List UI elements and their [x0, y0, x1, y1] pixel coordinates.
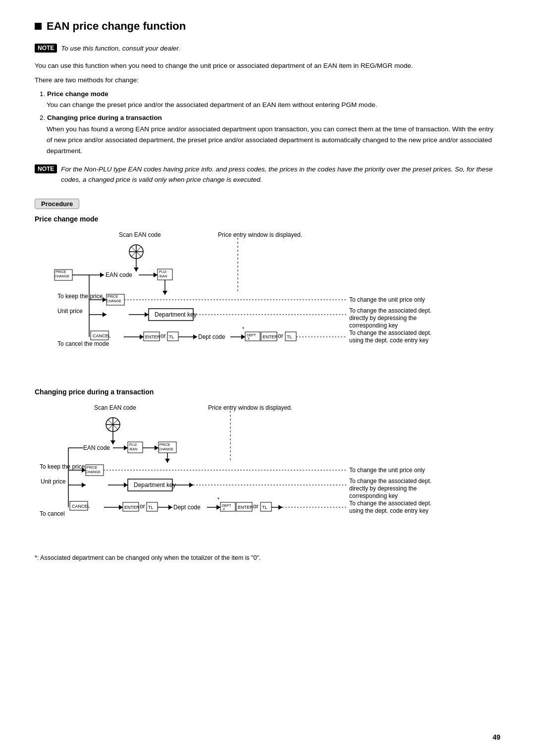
- svg-text:CANCEL: CANCEL: [72, 504, 90, 509]
- d2-right3a: To change the associated dept.: [349, 500, 431, 507]
- svg-text:CHANGE: CHANGE: [159, 447, 173, 451]
- d2-arrow10: [216, 505, 220, 510]
- diagram2-container: Scan EAN code Price entry window is disp…: [40, 401, 500, 539]
- svg-text:DEPT: DEPT: [222, 504, 231, 507]
- d2-arrow8: [119, 505, 123, 510]
- d1-dept-label: Department key: [155, 311, 197, 318]
- footnote: *: Associated department can be changed …: [35, 553, 500, 563]
- d1-arrow2: [100, 272, 104, 277]
- svg-text:DEPT: DEPT: [247, 333, 256, 337]
- diagram1-svg: Scan EAN code Price entry window is disp…: [40, 228, 515, 372]
- diagram2-title: Changing price during a transaction: [35, 388, 500, 396]
- d2-price-label: Price entry window is displayed.: [208, 404, 292, 411]
- svg-text:TL: TL: [287, 334, 292, 339]
- d2-right2a: To change the associated dept.: [349, 478, 431, 485]
- d2-keep-label: To keep the price: [40, 463, 85, 470]
- d1-price-label: Price entry window is displayed.: [218, 231, 302, 238]
- svg-text:ENTER: ENTER: [263, 334, 278, 339]
- svg-text:*: *: [242, 326, 244, 332]
- d1-arrow8: [140, 334, 144, 339]
- intro-p2: There are two methods for change:: [35, 75, 500, 86]
- svg-text:PLU/: PLU/: [159, 270, 167, 273]
- svg-text:PRICE: PRICE: [55, 270, 66, 273]
- d1-unit-label: Unit price: [57, 308, 83, 315]
- svg-text:*: *: [217, 497, 219, 502]
- procedure-badge: Procedure: [35, 192, 500, 215]
- d2-right2c: corresponding key: [349, 492, 398, 499]
- svg-text:PRICE: PRICE: [87, 466, 98, 469]
- d2-right1: To change the unit price only: [349, 467, 425, 474]
- d1-arrow7: [145, 312, 149, 317]
- note2: NOTE For the Non-PLU type EAN codes havi…: [35, 164, 500, 185]
- d2-right3b: using the dept. code entry key: [349, 507, 428, 514]
- d1-cancel-label: To cancel the mode: [57, 340, 109, 347]
- svg-text:ENTER: ENTER: [124, 505, 140, 510]
- svg-text:PRICE: PRICE: [107, 295, 118, 298]
- d2-arrow7b: [189, 483, 193, 487]
- page-number: 49: [492, 733, 500, 741]
- diagram1-container: Scan EAN code Price entry window is disp…: [40, 228, 500, 373]
- svg-text:#: #: [223, 507, 225, 511]
- d2-arrow1: [110, 440, 115, 444]
- d1-right1: To change the unit price only: [349, 296, 425, 303]
- note1: NOTE To use this function, consult your …: [35, 44, 500, 54]
- d1-right2c: corresponding key: [349, 322, 398, 329]
- svg-text:#: #: [248, 337, 250, 340]
- d1-arrow1: [134, 268, 139, 271]
- d1-arrow5: [103, 297, 107, 302]
- d2-unit-label: Unit price: [41, 478, 66, 485]
- d1-ean-label: EAN code: [106, 271, 132, 278]
- svg-text:PLU/: PLU/: [129, 443, 137, 446]
- d2-arrow4: [165, 459, 170, 463]
- d2-arrow2: [124, 445, 128, 450]
- svg-text:ENTER: ENTER: [238, 505, 253, 510]
- d2-arrow9: [168, 505, 172, 510]
- intro-p1: You can use this function when you need …: [35, 60, 500, 71]
- d2-ean-label: EAN code: [83, 444, 110, 451]
- page-title: EAN price change function: [35, 20, 500, 33]
- d1-scan-label: Scan EAN code: [119, 231, 161, 238]
- method-2: 2. Changing price during a transaction W…: [40, 112, 500, 157]
- d1-right3b: using the dept. code entry key: [349, 337, 428, 344]
- diagram2-svg: Scan EAN code Price entry window is disp…: [40, 401, 515, 537]
- d2-right2b: directly by depressing the: [349, 485, 417, 492]
- svg-text:or: or: [278, 332, 283, 339]
- d1-right2b: directly by depressing the: [349, 315, 417, 322]
- d2-arrow7: [124, 483, 128, 487]
- d1-arrow3: [154, 272, 158, 277]
- svg-text:TL: TL: [148, 505, 154, 510]
- d1-right2a: To change the associated dept.: [349, 307, 431, 314]
- d1-dept-code-label: Dept code: [198, 333, 225, 340]
- d2-arrow3: [155, 445, 159, 450]
- method-1: 1. Price change mode You can change the …: [40, 89, 500, 111]
- svg-text:/EAN: /EAN: [159, 274, 167, 278]
- svg-text:PRICE: PRICE: [160, 443, 170, 446]
- d2-arrow11: [278, 505, 282, 510]
- d1-arrow9: [193, 334, 197, 339]
- diagram1-title: Price change mode: [35, 215, 500, 223]
- svg-text:ENTER: ENTER: [145, 334, 160, 339]
- svg-text:or: or: [160, 332, 166, 339]
- d2-dept-code-label: Dept code: [173, 504, 201, 511]
- svg-text:CHANGE: CHANGE: [86, 470, 101, 474]
- svg-text:TL: TL: [169, 334, 174, 339]
- svg-text:CANCEL: CANCEL: [93, 333, 111, 338]
- methods-list: 1. Price change mode You can change the …: [40, 89, 500, 157]
- d2-cancel-label: To cancel: [40, 510, 65, 517]
- note1-label: NOTE: [35, 44, 57, 53]
- svg-text:TL: TL: [262, 505, 268, 510]
- note2-label: NOTE: [35, 164, 57, 173]
- d2-arrow6: [82, 483, 86, 487]
- d1-arrow4: [162, 291, 167, 295]
- svg-text:/EAN: /EAN: [129, 447, 137, 451]
- d1-keep-label: To keep the price: [57, 293, 103, 300]
- svg-text:or: or: [253, 503, 259, 510]
- d2-scan-label: Scan EAN code: [94, 404, 136, 411]
- d1-arrow10: [241, 334, 245, 339]
- svg-text:CHANGE: CHANGE: [107, 299, 121, 303]
- svg-text:CHANGE: CHANGE: [54, 274, 69, 278]
- d1-right3a: To change the associated dept.: [349, 329, 431, 336]
- note1-text: To use this function, consult your deale…: [61, 44, 180, 54]
- d1-arrow6: [103, 312, 107, 317]
- note2-text: For the Non-PLU type EAN codes having pr…: [61, 164, 500, 185]
